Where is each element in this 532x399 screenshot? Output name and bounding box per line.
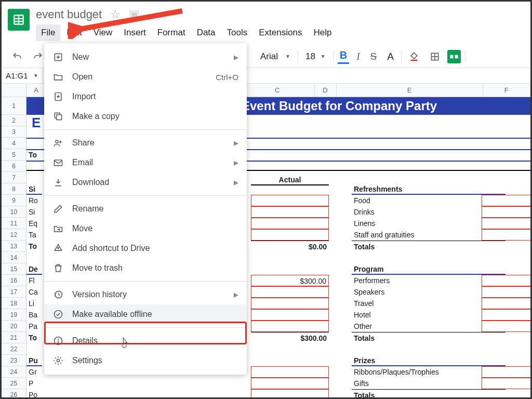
undo-icon[interactable] — [9, 49, 25, 64]
italic-button[interactable]: I — [353, 49, 363, 64]
cell[interactable]: Staff and gratuities — [352, 229, 416, 241]
cell[interactable]: Ca — [26, 286, 40, 298]
col-header[interactable]: C — [241, 84, 315, 97]
move-folder-icon[interactable]: ▣ — [129, 8, 140, 21]
cell[interactable]: Performers — [352, 275, 392, 286]
row-header[interactable]: 6 — [2, 161, 26, 172]
text-color-button[interactable]: A — [384, 49, 397, 64]
merge-icon[interactable] — [447, 50, 461, 63]
menu-move[interactable]: Move — [44, 219, 247, 238]
cell[interactable]: To — [26, 332, 39, 343]
borders-icon[interactable] — [427, 49, 443, 64]
col-header[interactable]: A — [26, 84, 46, 97]
row-header[interactable]: 8 — [2, 183, 26, 195]
menu-trash[interactable]: Move to trash — [44, 258, 247, 278]
cell[interactable]: Other — [352, 321, 374, 332]
cell[interactable]: $0.00 — [251, 241, 329, 252]
cell[interactable]: Program — [352, 263, 506, 275]
menu-data[interactable]: Data — [192, 24, 221, 41]
cell[interactable]: $300.00 — [251, 275, 329, 286]
menu-edit[interactable]: Edit — [61, 24, 87, 41]
menu-format[interactable]: Format — [152, 24, 191, 41]
row-header[interactable]: 15 — [2, 263, 26, 275]
cell[interactable]: E — [30, 117, 43, 132]
fill-color-icon[interactable] — [406, 49, 422, 64]
menu-version-history[interactable]: Version history ▸ — [44, 285, 247, 304]
bold-button[interactable]: B — [338, 49, 349, 64]
cell[interactable]: Hotel — [352, 309, 373, 321]
cell[interactable]: To — [26, 241, 39, 252]
cell[interactable]: Totals — [352, 241, 506, 252]
cell[interactable]: De — [26, 263, 42, 275]
menu-details[interactable]: Details — [44, 331, 247, 351]
row-header[interactable]: 19 — [2, 309, 26, 321]
cell[interactable]: Prizes — [352, 355, 506, 366]
row-header[interactable]: 4 — [2, 138, 26, 149]
row-header[interactable]: 11 — [2, 218, 26, 229]
row-header[interactable]: 25 — [2, 378, 26, 389]
cell[interactable]: P — [26, 378, 35, 389]
cell[interactable]: Si — [26, 183, 42, 195]
row-header[interactable]: 5 — [2, 149, 26, 161]
menu-view[interactable]: View — [88, 24, 118, 41]
menu-help[interactable]: Help — [308, 24, 337, 41]
menu-download[interactable]: Download ▸ — [44, 172, 247, 192]
menu-tools[interactable]: Tools — [222, 24, 253, 41]
col-header[interactable]: E — [337, 84, 483, 97]
row-header[interactable]: 21 — [2, 332, 26, 343]
star-icon[interactable]: ☆ — [110, 8, 121, 21]
menu-offline[interactable]: Make available offline — [44, 304, 247, 324]
cell[interactable]: Refreshments — [352, 183, 506, 195]
cell[interactable]: Po — [26, 389, 39, 399]
row-header[interactable]: 2 — [2, 115, 26, 126]
row-header[interactable]: 18 — [2, 298, 26, 309]
col-header[interactable]: F — [483, 84, 530, 97]
row-header[interactable]: 23 — [2, 355, 26, 366]
menu-file[interactable]: File — [36, 24, 60, 41]
cell[interactable]: Drinks — [352, 206, 377, 218]
menu-rename[interactable]: Rename — [44, 199, 247, 219]
menu-import[interactable]: Import — [44, 87, 247, 107]
cell[interactable]: Gr — [26, 366, 39, 378]
menu-extensions[interactable]: Extensions — [254, 24, 307, 41]
cell[interactable]: Ta — [26, 229, 38, 241]
row-header[interactable]: 17 — [2, 286, 26, 298]
cell[interactable]: Travel — [352, 298, 376, 309]
cell[interactable]: Ba — [26, 309, 39, 321]
menu-open[interactable]: Open Ctrl+O — [44, 67, 247, 87]
row-header[interactable]: 16 — [2, 275, 26, 286]
cell[interactable]: Linens — [352, 218, 377, 229]
row-header[interactable]: 10 — [2, 206, 26, 218]
cell[interactable]: Actual — [251, 174, 329, 185]
menu-settings[interactable]: Settings — [44, 351, 247, 370]
row-header[interactable]: 1 — [2, 97, 26, 115]
cell[interactable]: Eq — [26, 218, 39, 229]
row-header[interactable]: 12 — [2, 229, 26, 241]
menu-insert[interactable]: Insert — [118, 24, 151, 41]
cell[interactable]: Li — [26, 298, 36, 309]
font-size[interactable]: 18▼ — [302, 51, 329, 62]
cell[interactable]: Totals — [352, 332, 506, 343]
row-header[interactable]: 14 — [2, 252, 26, 263]
menu-email[interactable]: Email ▸ — [44, 153, 247, 172]
cell[interactable]: $300.00 — [251, 332, 329, 343]
row-header[interactable]: 9 — [2, 195, 26, 206]
name-box[interactable]: A1:G1▼ — [2, 68, 43, 83]
menu-shortcut[interactable]: Add shortcut to Drive — [44, 238, 247, 258]
cell[interactable]: To — [26, 149, 39, 161]
cell[interactable]: Food — [352, 195, 373, 206]
cell[interactable]: Pu — [26, 355, 42, 366]
doc-title[interactable]: event budget — [36, 8, 102, 21]
sheets-logo[interactable] — [8, 9, 30, 31]
row-header[interactable]: 3 — [2, 126, 26, 138]
cell[interactable]: Pa — [26, 321, 39, 332]
col-header[interactable]: D — [315, 84, 337, 97]
menu-copy[interactable]: Make a copy — [44, 107, 247, 126]
row-header[interactable]: 13 — [2, 241, 26, 252]
row-header[interactable]: 20 — [2, 321, 26, 332]
cell[interactable]: Ro — [26, 195, 40, 206]
font-selector[interactable]: Arial▼ — [257, 51, 294, 62]
strike-button[interactable]: S — [367, 49, 380, 64]
row-header[interactable]: 26 — [2, 389, 26, 399]
menu-new[interactable]: New ▸ — [44, 47, 247, 67]
